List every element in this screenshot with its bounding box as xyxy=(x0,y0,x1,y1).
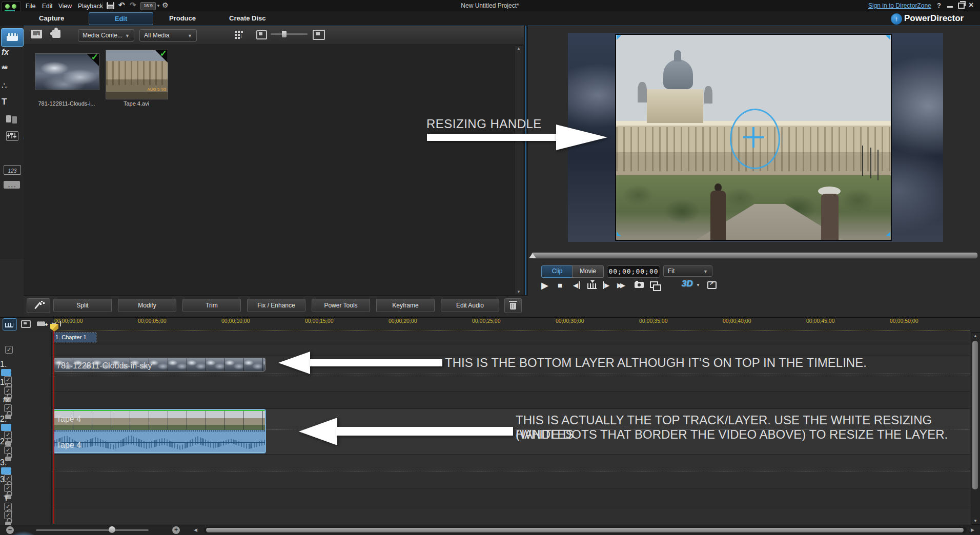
tab-produce[interactable]: Produce xyxy=(169,14,196,22)
snapshot-camera-button[interactable] xyxy=(635,282,644,288)
video-track-2-header[interactable]: 2. ✓ xyxy=(0,415,51,424)
content-filter-dropdown[interactable]: Media Conte...▼ xyxy=(78,29,134,42)
restore-button[interactable] xyxy=(958,3,965,9)
settings-gear-icon[interactable]: ⚙ xyxy=(162,1,169,9)
undock-preview-button[interactable]: ↗ xyxy=(707,281,717,289)
timeline-clip-clouds[interactable]: 781-122811-Clouds-in-sky xyxy=(53,358,266,372)
pip-center-target[interactable] xyxy=(730,109,780,169)
trim-button[interactable]: Trim xyxy=(182,299,241,312)
timecode-display[interactable]: 00;00;00;00 xyxy=(607,265,660,278)
thumbnail-size-slider[interactable] xyxy=(271,33,308,35)
sidebar-item-title-room[interactable]: T xyxy=(2,97,7,107)
menu-file[interactable]: File xyxy=(23,2,38,11)
plugin-puzzle-icon[interactable] xyxy=(52,30,60,38)
hscroll-right-icon[interactable]: ▶ xyxy=(971,527,974,532)
aspect-caret-icon[interactable]: ▼ xyxy=(156,4,160,8)
sidebar-item-audio-mixing-room[interactable] xyxy=(6,131,18,141)
movie-mode-tab[interactable]: Movie xyxy=(572,265,604,278)
subtitle-track-enable-checkbox[interactable]: ✓ xyxy=(5,346,13,354)
chapter-track-header[interactable] xyxy=(0,333,51,342)
timeline-horizontal-scrollbar[interactable] xyxy=(204,527,967,533)
sidebar-item-effect-room[interactable]: fx xyxy=(2,48,9,57)
stop-button[interactable]: ■ xyxy=(558,281,562,290)
timeline-zoom-slider-handle[interactable] xyxy=(109,526,115,533)
tab-edit[interactable]: Edit xyxy=(89,12,153,25)
sidebar-item-voiceover-room[interactable] xyxy=(8,148,15,158)
edit-audio-button[interactable]: Edit Audio xyxy=(441,299,499,312)
menu-playback[interactable]: Playback xyxy=(75,2,106,11)
sidebar-item-media-room[interactable] xyxy=(1,28,24,47)
pip-center-cross-v[interactable] xyxy=(752,127,754,148)
aspect-ratio-chip[interactable]: 16:9 xyxy=(140,2,156,10)
fast-forward-button[interactable]: ▶▶ xyxy=(617,281,623,289)
preview-zoom-dropdown[interactable]: Fit▼ xyxy=(663,265,712,277)
sidebar-item-subtitle-room[interactable]: - - - xyxy=(4,181,20,189)
clip-mode-tab[interactable]: Clip xyxy=(541,265,573,278)
thumbnail-size-slider-handle[interactable] xyxy=(282,31,287,37)
previous-frame-button[interactable]: ◀ xyxy=(573,281,580,289)
menu-edit[interactable]: Edit xyxy=(39,2,56,11)
magic-wand-button[interactable] xyxy=(27,298,50,313)
tape4-audio-section[interactable]: Tape 4 xyxy=(54,431,265,453)
keyframe-button[interactable]: Keyframe xyxy=(376,299,435,312)
timeline-zoom-in-button[interactable]: + xyxy=(172,526,180,534)
redo-icon[interactable]: ↷ xyxy=(130,1,136,10)
video-track-1-header[interactable]: 1. ✓ xyxy=(0,360,51,369)
3d-caret-icon[interactable]: ▼ xyxy=(696,283,700,287)
directorzone-signin-link[interactable]: Sign in to DirectorZone xyxy=(868,2,931,9)
scroll-down-icon[interactable]: ▼ xyxy=(973,519,977,523)
import-media-icon[interactable]: ↓ xyxy=(31,30,42,38)
panel-divider[interactable] xyxy=(524,26,528,295)
library-item[interactable]: ✓ xyxy=(35,53,99,90)
chapter-marker[interactable]: 1. Chapter 1 xyxy=(53,333,96,342)
scroll-up-icon[interactable]: ▲ xyxy=(973,334,977,338)
audio-track-2-header[interactable]: 2. ✓ xyxy=(0,437,51,446)
minimize-button[interactable] xyxy=(947,6,953,8)
audio-track-3-content[interactable] xyxy=(51,471,970,488)
dual-preview-button[interactable] xyxy=(650,281,658,288)
menu-view[interactable]: View xyxy=(55,2,75,11)
subtitle-track-content[interactable] xyxy=(51,344,970,356)
title-track-content[interactable] xyxy=(51,488,970,508)
tab-capture[interactable]: Capture xyxy=(39,14,64,22)
scroll-down-icon[interactable]: ▼ xyxy=(517,290,521,294)
fx-track-content[interactable] xyxy=(51,391,970,408)
playhead-line[interactable] xyxy=(53,331,54,524)
audio-track-1-header[interactable]: 1. ✓ xyxy=(0,378,51,387)
thumbnail-size-small-icon[interactable] xyxy=(256,30,267,39)
preview-seek-handle[interactable] xyxy=(529,253,536,258)
sidebar-item-pip-room[interactable]: ** xyxy=(2,64,7,75)
sort-grid-icon[interactable]: ↓ xyxy=(235,31,243,39)
undo-icon[interactable]: ↶ xyxy=(118,1,125,10)
media-type-dropdown[interactable]: All Media▼ xyxy=(139,29,197,42)
voice-track-header[interactable]: ✓ xyxy=(0,511,51,521)
scroll-up-icon[interactable]: ▲ xyxy=(517,46,521,51)
tab-create-disc[interactable]: Create Disc xyxy=(229,14,266,22)
close-button[interactable]: × xyxy=(969,1,973,10)
audio-track-1-content[interactable] xyxy=(51,374,970,391)
modify-button[interactable]: Modify xyxy=(118,299,176,312)
voice-track-content[interactable] xyxy=(51,508,970,524)
subtitle-track-header[interactable]: ✓ xyxy=(0,346,51,355)
library-scrollbar[interactable]: ▲ ▼ xyxy=(515,45,523,295)
sidebar-item-particle-room[interactable]: ∴ xyxy=(2,80,7,91)
title-track-header[interactable]: T ✓ xyxy=(0,493,51,503)
thumbnail-size-large-icon[interactable] xyxy=(313,30,325,40)
fx-track-header[interactable]: fx ✓ xyxy=(0,395,51,404)
video-track-3-header[interactable]: 3. ✓ xyxy=(0,458,51,467)
3d-mode-button[interactable]: 3D xyxy=(682,279,693,289)
audio-track-3-header[interactable]: 3. ✓ xyxy=(0,475,51,484)
seek-ruler-icon[interactable] xyxy=(587,283,597,289)
split-button[interactable]: Split xyxy=(53,299,112,312)
hscrollbar-thumb[interactable] xyxy=(206,528,964,532)
delete-button[interactable] xyxy=(504,298,522,313)
next-frame-button[interactable]: ▶ xyxy=(603,281,609,289)
preview-seek-bar[interactable] xyxy=(531,252,978,259)
timeline-clip-tape4[interactable]: Tape 4 Tape 4 xyxy=(53,409,266,453)
chapter-track-content[interactable] xyxy=(51,332,970,343)
help-button[interactable]: ? xyxy=(937,2,941,9)
tape4-video-section[interactable]: Tape 4 xyxy=(54,410,265,430)
timeline-zoom-slider[interactable] xyxy=(36,529,149,531)
play-button[interactable]: ▶ xyxy=(541,280,548,291)
library-item[interactable]: AUG 5 '93 ✓ xyxy=(106,50,168,99)
